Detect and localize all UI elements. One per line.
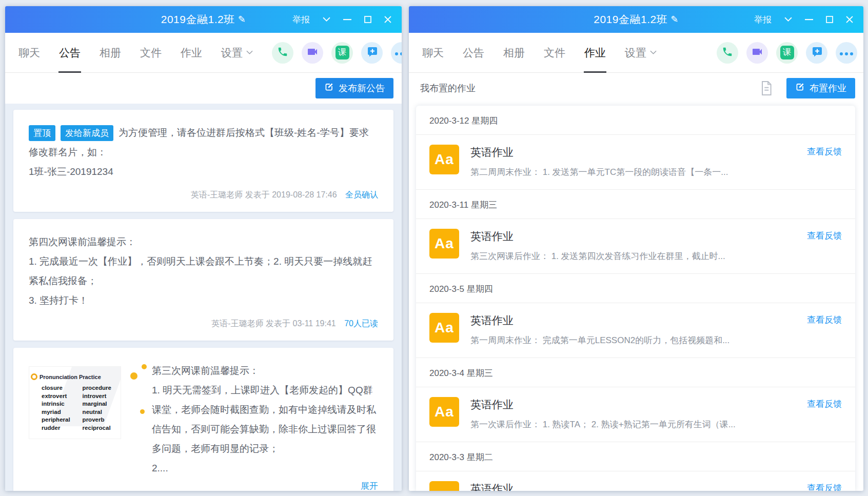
homework-aa-icon: Aa: [429, 313, 459, 343]
edit-title-icon[interactable]: ✎: [670, 14, 679, 25]
date-header: 2020-3-11 星期三: [416, 189, 855, 219]
group-window-announcements: 2019金融1.2班✎ 举报 聊天 公告 相册 文件 作业 设置: [5, 6, 402, 491]
announcement-toolbar: 发布新公告: [5, 73, 402, 104]
homework-title: 英语作业: [470, 482, 797, 491]
homework-heading: 我布置的作业: [420, 82, 476, 94]
group-name: 2019金融1.2班: [161, 13, 235, 25]
video-camera-icon: [306, 46, 319, 60]
view-feedback-link[interactable]: 查看反馈: [807, 398, 842, 410]
homework-section: 2020-3-4 星期三 Aa 英语作业 第一次课后作业： 1. 熟读TA； 2…: [416, 358, 855, 442]
homework-section: 2020-3-11 星期三 Aa 英语作业 第三次网课后作业： 1. 发送第四次…: [416, 189, 855, 273]
minimize-button[interactable]: [343, 18, 351, 21]
class-button[interactable]: 课: [776, 42, 798, 64]
homework-row[interactable]: Aa 英语作业 第一周周末作业： 完成第一单元LESSON2的听力，包括视频题和…: [416, 303, 855, 358]
voice-call-button[interactable]: [272, 42, 293, 64]
new-member-badge: 发给新成员: [61, 125, 113, 141]
tab-files[interactable]: 文件: [140, 33, 162, 72]
read-count-link[interactable]: 70人已读: [344, 319, 378, 328]
add-feedback-button[interactable]: [361, 42, 383, 64]
homework-section: 2020-3-3 星期二 Aa 英语作业 第一次课前预习： 1. 请熟读第一单元…: [416, 442, 855, 491]
date-header: 2020-3-3 星期二: [416, 442, 855, 471]
edit-title-icon[interactable]: ✎: [238, 14, 246, 25]
titlebar[interactable]: 2019金融1.2班✎ 举报: [5, 6, 402, 33]
edit-square-icon: [324, 82, 334, 94]
yellow-dot-decoration: [142, 364, 147, 369]
homework-desc: 第二周周末作业： 1. 发送第一单元TC第一段的朗读语音【一条一...: [470, 166, 797, 178]
more-button[interactable]: [836, 42, 857, 64]
homework-aa-icon: Aa: [429, 145, 459, 174]
pronunciation-thumbnail[interactable]: Pronunciation Practice closure extrovert…: [29, 366, 121, 439]
homework-row[interactable]: Aa 英语作业 第二周周末作业： 1. 发送第一单元TC第一段的朗读语音【一条一…: [416, 135, 855, 189]
tab-announcements[interactable]: 公告: [463, 33, 484, 72]
video-call-button[interactable]: [302, 42, 323, 64]
word-column-1: closure extrovert intrinsic myriad perip…: [42, 384, 70, 432]
homework-list: 2020-3-12 星期四 Aa 英语作业 第二周周末作业： 1. 发送第一单元…: [416, 106, 855, 491]
view-feedback-link[interactable]: 查看反馈: [807, 146, 842, 157]
word-column-2: procedure introvert marginal neutral pro…: [83, 384, 111, 432]
tab-files[interactable]: 文件: [544, 33, 565, 72]
maximize-button[interactable]: [826, 16, 833, 23]
document-icon[interactable]: [759, 80, 774, 96]
tab-chat[interactable]: 聊天: [422, 33, 444, 72]
announcement-card: Pronunciation Practice closure extrovert…: [13, 348, 393, 491]
tab-announcements[interactable]: 公告: [59, 33, 81, 72]
homework-section: 2020-3-12 星期四 Aa 英语作业 第二周周末作业： 1. 发送第一单元…: [416, 106, 855, 189]
date-header: 2020-3-12 星期四: [416, 106, 855, 135]
settings-chevron-icon: [246, 50, 253, 55]
date-header: 2020-3-4 星期三: [416, 358, 855, 387]
ring-icon: [31, 373, 37, 380]
comment-plus-icon: [366, 46, 378, 60]
homework-desc: 第一周周末作业： 完成第一单元LESSON2的听力，包括视频题和...: [470, 334, 797, 346]
view-feedback-link[interactable]: 查看反馈: [807, 314, 842, 326]
word-list: closure extrovert intrinsic myriad perip…: [42, 384, 121, 432]
tab-bar: 聊天 公告 相册 文件 作业 设置 课: [409, 33, 863, 73]
yellow-dot-decoration: [130, 372, 137, 380]
maximize-button[interactable]: [364, 16, 371, 23]
tab-album[interactable]: 相册: [100, 33, 121, 72]
chevron-down-icon[interactable]: [784, 17, 792, 22]
video-camera-icon: [751, 46, 763, 60]
group-name: 2019金融1.2班: [594, 13, 667, 25]
class-button[interactable]: 课: [331, 42, 353, 64]
announcement-text: 第三次网课前温馨提示： 1. 明天无需签到，上课即进入【老师发起的】QQ群课堂，…: [152, 361, 378, 478]
homework-section: 2020-3-5 星期四 Aa 英语作业 第一周周末作业： 完成第一单元LESS…: [416, 273, 855, 358]
expand-link[interactable]: 展开: [361, 481, 378, 491]
tab-homework[interactable]: 作业: [181, 33, 202, 72]
close-button[interactable]: [846, 16, 853, 23]
tab-settings[interactable]: 设置: [221, 33, 253, 72]
tab-homework[interactable]: 作业: [584, 33, 606, 72]
homework-row[interactable]: Aa 英语作业 第一次课后作业： 1. 熟读TA； 2. 熟读+熟记第一单元所有…: [416, 387, 855, 442]
homework-row[interactable]: Aa 英语作业 第三次网课后作业： 1. 发送第四次发音练习作业在群里，截止时.…: [416, 219, 855, 273]
homework-aa-icon: Aa: [429, 481, 459, 491]
add-feedback-button[interactable]: [806, 42, 827, 64]
announcement-body: 置顶发给新成员为方便管理，请各位进群后按格式【班级-姓名-学号】要求修改群名片，…: [29, 123, 378, 182]
announcement-meta: 英语-王璐老师 发表于 03-11 19:41: [211, 319, 336, 328]
video-call-button[interactable]: [746, 42, 768, 64]
report-button[interactable]: 举报: [292, 14, 310, 26]
date-header: 2020-3-5 星期四: [416, 273, 855, 303]
confirm-all-link[interactable]: 全员确认: [345, 190, 378, 199]
announcement-image[interactable]: Pronunciation Practice closure extrovert…: [29, 361, 131, 478]
more-button[interactable]: [391, 42, 402, 64]
announcement-meta: 英语-王璐老师 发表于 2019-08-28 17:46: [191, 190, 337, 199]
titlebar[interactable]: 2019金融1.2班✎ 举报: [409, 6, 863, 33]
homework-desc: 第三次网课后作业： 1. 发送第四次发音练习作业在群里，截止时...: [470, 250, 797, 262]
comment-plus-icon: [811, 46, 823, 60]
phone-icon: [277, 46, 288, 59]
tab-album[interactable]: 相册: [503, 33, 525, 72]
minimize-button[interactable]: [805, 18, 813, 21]
announcement-card-pinned: 置顶发给新成员为方便管理，请各位进群后按格式【班级-姓名-学号】要求修改群名片，…: [13, 110, 393, 212]
tab-chat[interactable]: 聊天: [18, 33, 40, 72]
thumbnail-title: Pronunciation Practice: [31, 373, 121, 380]
tab-settings[interactable]: 设置: [625, 33, 657, 72]
report-button[interactable]: 举报: [754, 14, 772, 26]
view-feedback-link[interactable]: 查看反馈: [807, 230, 842, 242]
new-announcement-button[interactable]: 发布新公告: [315, 78, 393, 98]
homework-aa-icon: Aa: [429, 397, 459, 427]
homework-row[interactable]: Aa 英语作业 第一次课前预习： 1. 请熟读第一单元所有生词，外加如下一些： …: [416, 471, 855, 491]
close-button[interactable]: [384, 16, 391, 23]
chevron-down-icon[interactable]: [323, 17, 330, 22]
assign-homework-button[interactable]: 布置作业: [786, 78, 855, 98]
view-feedback-link[interactable]: 查看反馈: [807, 482, 842, 491]
voice-call-button[interactable]: [717, 42, 738, 64]
